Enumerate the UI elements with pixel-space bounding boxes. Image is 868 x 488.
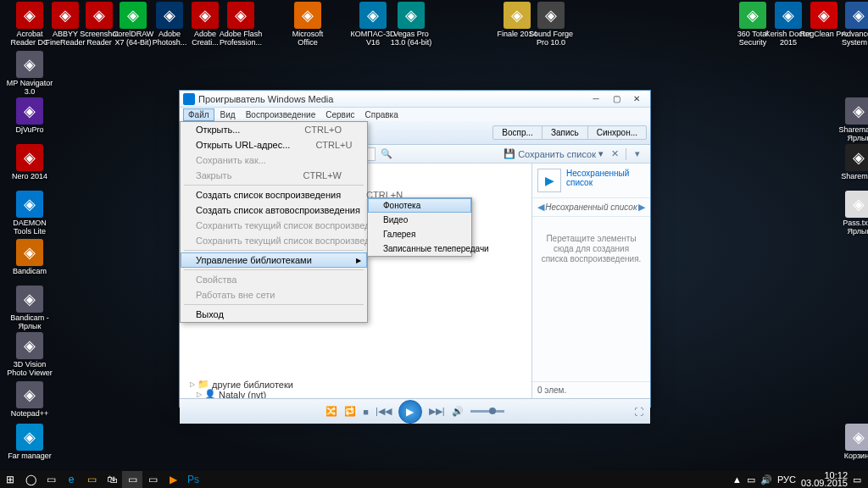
next-button[interactable]: ▶▶|: [429, 406, 445, 417]
fullscreen-button[interactable]: ⛶: [634, 407, 643, 417]
wmp-taskbar-icon[interactable]: ▶: [163, 471, 183, 488]
maximize-button[interactable]: ▢: [606, 92, 626, 106]
wmp-window: Проигрыватель Windows Media ─ ▢ ✕ ФайлВи…: [179, 90, 651, 408]
tab-button[interactable]: Синхрон...: [588, 126, 646, 139]
menu-entry: Свойства: [181, 272, 367, 287]
menu-item[interactable]: Справка: [361, 109, 403, 120]
desktop-icon[interactable]: ◈Vegas Pro 13.0 (64-bit): [386, 2, 437, 47]
desktop-icon[interactable]: ◈Advanced System ...: [833, 2, 868, 47]
app-icon[interactable]: ▭: [142, 471, 163, 488]
explorer-icon[interactable]: ▭: [81, 471, 102, 488]
search-icon[interactable]: 🔍: [379, 147, 394, 162]
menu-item[interactable]: Файл: [183, 108, 214, 121]
clock[interactable]: 10:12 03.09.2015: [801, 472, 848, 487]
edge-icon[interactable]: e: [61, 471, 81, 488]
ps-taskbar-icon[interactable]: Ps: [183, 471, 203, 488]
menu-entry: ЗакрытьCTRL+W: [181, 168, 367, 183]
submenu-entry[interactable]: Галерея: [368, 227, 471, 241]
desktop-icon[interactable]: ◈DAEMON Tools Lite: [4, 191, 55, 236]
submenu-entry[interactable]: Видео: [368, 213, 471, 227]
desktop-icon[interactable]: ◈Sound Forge Pro 10.0: [526, 2, 576, 47]
play-button[interactable]: ▶: [398, 400, 422, 424]
desktop-icon[interactable]: ◈Nero 2014: [4, 144, 55, 180]
file-menu-dropdown: Открыть...CTRL+OОткрыть URL-адрес...CTRL…: [180, 121, 368, 323]
battery-icon[interactable]: ▭: [747, 474, 755, 485]
playlist-nav: ◀ Несохраненный список ▶: [532, 197, 650, 217]
volume-slider[interactable]: [470, 410, 504, 413]
submenu-entry[interactable]: Фонотека: [368, 198, 471, 213]
window-title: Проигрыватель Windows Media: [198, 94, 333, 104]
playlist-title: Несохраненный список: [566, 169, 645, 192]
menu-entry: Работать вне сети: [181, 287, 367, 302]
submenu-entry[interactable]: Записанные телепередачи: [368, 241, 471, 256]
shuffle-button[interactable]: 🔀: [326, 406, 337, 417]
mute-button[interactable]: 🔊: [452, 406, 464, 417]
menu-item[interactable]: Воспроизведение: [242, 109, 320, 120]
menu-entry: Сохранить текущий список воспроизведения: [181, 218, 367, 233]
language-indicator[interactable]: РУС: [777, 474, 796, 485]
desktop-icon[interactable]: ◈Bandicam: [4, 239, 55, 275]
playlist-panel: ▶ Несохраненный список ◀ Несохраненный с…: [531, 164, 650, 398]
menubar: ФайлВидВоспроизведениеСервисСправка: [180, 108, 650, 121]
playlist-nav-title: Несохраненный список: [545, 202, 637, 212]
libraries-submenu: ФонотекаВидеоГалереяЗаписанные телеперед…: [367, 197, 472, 257]
desktop-icon[interactable]: ◈Far manager: [4, 424, 55, 460]
start-button[interactable]: ⊞: [0, 471, 20, 488]
volume-icon[interactable]: 🔊: [760, 474, 772, 485]
app-icon[interactable]: ▭: [122, 471, 142, 488]
menu-entry[interactable]: Управление библиотеками▶: [181, 252, 367, 268]
next-playlist-icon[interactable]: ▶: [638, 202, 645, 213]
search-icon[interactable]: ◯: [20, 471, 41, 488]
menu-item[interactable]: Сервис: [321, 109, 359, 120]
stop-button[interactable]: ■: [363, 407, 369, 417]
player-controls: 🔀 🔁 ■ |◀◀ ▶ ▶▶| 🔊 ⛶: [180, 398, 650, 424]
save-list-button[interactable]: 💾Сохранить список▾: [504, 148, 604, 159]
tab-button[interactable]: Воспр...: [493, 126, 542, 139]
mode-tabs: Воспр...ЗаписьСинхрон...: [492, 125, 647, 140]
item-count: 0 элем.: [532, 381, 650, 398]
app-icon: [183, 93, 195, 105]
desktop-icon[interactable]: ◈Bandicam - Ярлык: [4, 286, 55, 330]
tab-button[interactable]: Запись: [542, 126, 588, 139]
desktop-icon[interactable]: ◈Shareman: [833, 144, 868, 180]
desktop-icon[interactable]: ◈Notepad++: [4, 381, 55, 418]
drop-zone[interactable]: Перетащите элементы сюда для создания сп…: [532, 217, 650, 281]
menu-item[interactable]: Вид: [216, 109, 240, 120]
menu-entry[interactable]: Выход: [181, 307, 367, 322]
menu-entry[interactable]: Создать список автовоспроизведения: [181, 202, 367, 218]
menu-entry[interactable]: Создать список воспроизведенияCTRL+N: [181, 187, 367, 202]
tray-icon[interactable]: ▲: [732, 474, 742, 485]
menu-entry: Сохранить как...: [181, 152, 367, 168]
desktop-icon[interactable]: ◈MP Navigator 3.0: [4, 51, 55, 96]
menu-entry[interactable]: Открыть URL-адрес...CTRL+U: [181, 137, 367, 152]
menu-entry[interactable]: Открыть...CTRL+O: [181, 122, 367, 137]
task-view-icon[interactable]: ▭: [41, 471, 61, 488]
desktop-icon[interactable]: ◈Корзина: [833, 424, 868, 460]
desktop-icon[interactable]: ◈3D Vision Photo Viewer: [4, 332, 55, 377]
menu-entry: Сохранить текущий список воспроизведения…: [181, 233, 367, 248]
desktop-icon[interactable]: ◈Microsoft Office: [282, 2, 333, 47]
store-icon[interactable]: 🛍: [102, 471, 122, 488]
titlebar[interactable]: Проигрыватель Windows Media ─ ▢ ✕: [180, 91, 650, 108]
prev-button[interactable]: |◀◀: [376, 406, 392, 417]
minimize-button[interactable]: ─: [586, 92, 606, 106]
prev-playlist-icon[interactable]: ◀: [537, 202, 544, 213]
notifications-icon[interactable]: ▭: [853, 474, 861, 485]
taskbar: ⊞ ◯ ▭ e ▭ 🛍 ▭ ▭ ▶ Ps ▲ ▭ 🔊 РУС 10:12 03.…: [0, 471, 868, 488]
close-button[interactable]: ✕: [626, 92, 647, 106]
desktop-icon[interactable]: ◈Pass.txt - Ярлык: [833, 191, 868, 236]
desktop-icon[interactable]: ◈Shareman - Ярлык: [833, 97, 868, 142]
clear-list-icon[interactable]: ✕: [607, 147, 622, 162]
repeat-button[interactable]: 🔁: [344, 406, 356, 417]
desktop-icon[interactable]: ◈DjVuPro: [4, 97, 55, 134]
desktop-icon[interactable]: ◈Adobe Flash Profession...: [215, 2, 266, 47]
options-icon[interactable]: ▾: [630, 147, 645, 162]
play-icon: ▶: [537, 169, 561, 192]
